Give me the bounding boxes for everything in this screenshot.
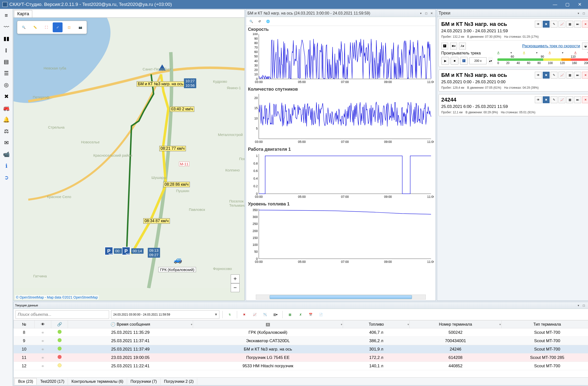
track-card-action-0[interactable]: 👁 <box>535 96 542 103</box>
alarm-icon[interactable]: 🔔 <box>1 115 12 125</box>
zoom-out-button[interactable]: − <box>231 283 240 292</box>
map-canvas[interactable]: 🔍 📏 ⛶ ⤢ ◫ 📷 <box>14 18 245 300</box>
table-row[interactable]: 12👁 25.03.2021 11:22:419533 НМ Hitachi п… <box>14 362 588 370</box>
track-card-action-3[interactable]: 📈 <box>558 96 565 103</box>
data-table-icon[interactable]: ▥▾ <box>271 310 279 319</box>
tracks-close-icon[interactable]: ✕ <box>587 11 588 16</box>
player-speed-input[interactable]: 200 x <box>469 57 486 64</box>
status-tab[interactable]: Test2020 (17) <box>37 378 68 385</box>
col-header[interactable]: № <box>14 321 35 328</box>
map-bbox-icon[interactable]: ⛶ <box>41 22 51 32</box>
data-refresh-icon[interactable]: ↯ <box>226 310 234 319</box>
data-calendar-icon[interactable]: 📅 <box>306 310 315 319</box>
track-card-action-6[interactable]: ✕ <box>582 96 588 103</box>
chart-reset-icon[interactable]: ↺ <box>256 18 263 25</box>
track-card-action-3[interactable]: 📈 <box>558 21 565 28</box>
layers-icon[interactable]: ▤ <box>1 57 12 67</box>
stats-icon[interactable]: ⫿ <box>1 45 12 55</box>
chart-min-icon[interactable]: ◻ <box>424 11 429 16</box>
track-card-action-2[interactable]: ✎ <box>551 96 557 103</box>
status-tab[interactable]: Погрузчики (7) <box>127 378 161 385</box>
col-header[interactable]: 🕘 Время сообщения▾ <box>68 321 193 328</box>
track-card-action-6[interactable]: ✕ <box>582 21 588 28</box>
camera-icon[interactable]: 📹 <box>1 149 12 160</box>
track-card-action-2[interactable]: ✎ <box>551 21 557 28</box>
track-icon[interactable]: 〰 <box>1 22 12 32</box>
tools-icon[interactable]: ✖ <box>1 91 12 102</box>
table-row[interactable]: 11👁 23.03.2021 19:00:05Погрузчик LG 7545… <box>14 353 588 362</box>
dispatch-icon[interactable]: ☰ <box>1 68 12 79</box>
data-close-icon[interactable]: ✕ <box>587 303 588 308</box>
data-chart2-icon[interactable]: 📉 <box>261 310 269 319</box>
close-button[interactable]: ✕ <box>574 0 586 9</box>
col-header[interactable]: A▾ <box>193 321 343 328</box>
list-icon[interactable]: ≡ <box>1 10 12 21</box>
status-tab[interactable]: Все (23) <box>15 378 37 385</box>
maximize-button[interactable]: ▢ <box>561 0 573 9</box>
col-header[interactable]: Номер терминала▾ <box>410 321 501 328</box>
logout-icon[interactable]: ➲ <box>1 172 12 183</box>
tracks-pin-icon[interactable]: ▾ <box>576 11 581 16</box>
bar-chart-icon[interactable]: ▮▮ <box>1 34 12 44</box>
data-min-icon[interactable]: ◻ <box>581 303 586 308</box>
track-card-action-0[interactable]: 👁 <box>535 21 542 28</box>
chart-zoom-icon[interactable]: 🔍 <box>248 18 255 25</box>
data-grid-icon[interactable]: ▦ <box>286 310 294 319</box>
track-card-action-3[interactable]: 📈 <box>558 72 565 79</box>
date-range-combo[interactable]: 24.03.2021 03:00:00 - 24.03.2021 11:59:5… <box>111 310 219 319</box>
track-p-toggle[interactable]: 🅿 <box>441 43 448 49</box>
map-layers-icon[interactable]: ◫ <box>64 22 74 32</box>
track-card-action-5[interactable]: ⏭ <box>574 21 581 28</box>
chart-close-icon[interactable]: ✕ <box>429 11 434 16</box>
data-excel-icon[interactable]: 𝙓 <box>296 310 304 319</box>
track-settings-icon[interactable]: ✖▾ <box>450 43 457 49</box>
info-icon[interactable]: ℹ <box>1 161 12 171</box>
track-card-action-0[interactable]: 👁 <box>535 72 542 79</box>
track-card-action-6[interactable]: ✕ <box>582 72 588 79</box>
track-card-action-4[interactable]: ▦ <box>566 21 573 28</box>
track-card-action-1[interactable]: ✖ <box>543 72 550 79</box>
data-note-icon[interactable]: 📄 <box>317 310 325 319</box>
chart-pin-icon[interactable]: ▾ <box>418 11 423 16</box>
track-card-action-5[interactable]: ⏭ <box>574 96 581 103</box>
speed-color-toggle[interactable]: ◒ <box>582 43 588 49</box>
status-tab[interactable]: Погрузчики 2 (2) <box>161 378 197 385</box>
map-snapshot-icon[interactable]: 📷 <box>75 22 85 32</box>
track-font-icon[interactable]: A▾ <box>459 43 466 49</box>
chart-globe-icon[interactable]: 🌐 <box>264 18 272 25</box>
chart-time-scrollbar[interactable] <box>256 295 426 300</box>
col-header[interactable]: Топливо▾ <box>343 321 410 328</box>
scale-icon[interactable]: ⚖ <box>1 126 12 136</box>
data-pin-icon[interactable]: ▾ <box>576 303 581 308</box>
col-header[interactable]: 👁 <box>35 321 51 328</box>
table-row[interactable]: 9👁 25.03.2021 11:37:41Экскаватор CAT320D… <box>14 337 588 345</box>
map-tab[interactable]: Карта <box>14 10 32 18</box>
mail-icon[interactable]: ✉ <box>1 138 12 148</box>
track-card-action-4[interactable]: ▦ <box>566 96 573 103</box>
col-header[interactable]: 🔗 <box>51 321 68 328</box>
speed-color-link[interactable]: Раскрашивать трек по скорости <box>468 44 580 48</box>
fire-truck-icon[interactable]: 🚒 <box>1 103 12 113</box>
data-clear-track-icon[interactable]: ✖ <box>240 310 249 319</box>
track-card-action-1[interactable]: ✖ <box>543 96 550 103</box>
track-card-action-4[interactable]: ▦ <box>566 72 573 79</box>
player-park-button[interactable]: 🅿 <box>460 57 468 65</box>
player-play-button[interactable]: ▶ <box>441 57 449 65</box>
map-fullscreen-icon[interactable]: ⤢ <box>53 22 63 32</box>
track-card-action-5[interactable]: ⏭ <box>574 72 581 79</box>
col-header[interactable]: Тип терминала▾ <box>501 321 588 328</box>
vehicle-icon[interactable]: ◎ <box>1 80 12 90</box>
track-card-action-2[interactable]: ✎ <box>551 72 557 79</box>
data-chart1-icon[interactable]: 📈 <box>251 310 259 319</box>
map-search-icon[interactable]: 🔍 <box>19 22 29 32</box>
status-tab[interactable]: Контрольные терминалы (6) <box>68 378 127 385</box>
player-stop-button[interactable]: ■ <box>451 57 459 65</box>
speed-color-scale[interactable] <box>497 58 588 61</box>
minimize-button[interactable]: — <box>549 0 561 9</box>
player-speed-stepper[interactable]: ▴▾ <box>488 57 493 65</box>
zoom-in-button[interactable]: + <box>231 274 240 283</box>
table-row[interactable]: 10👁 25.03.2021 11:37:49БМ и КТ №3 нагр. … <box>14 345 588 353</box>
search-input[interactable] <box>16 310 109 319</box>
tracks-min-icon[interactable]: ◻ <box>581 11 586 16</box>
table-row[interactable]: 8👁 25.03.2021 11:35:29ГРК (Кобраловский)… <box>14 328 588 337</box>
